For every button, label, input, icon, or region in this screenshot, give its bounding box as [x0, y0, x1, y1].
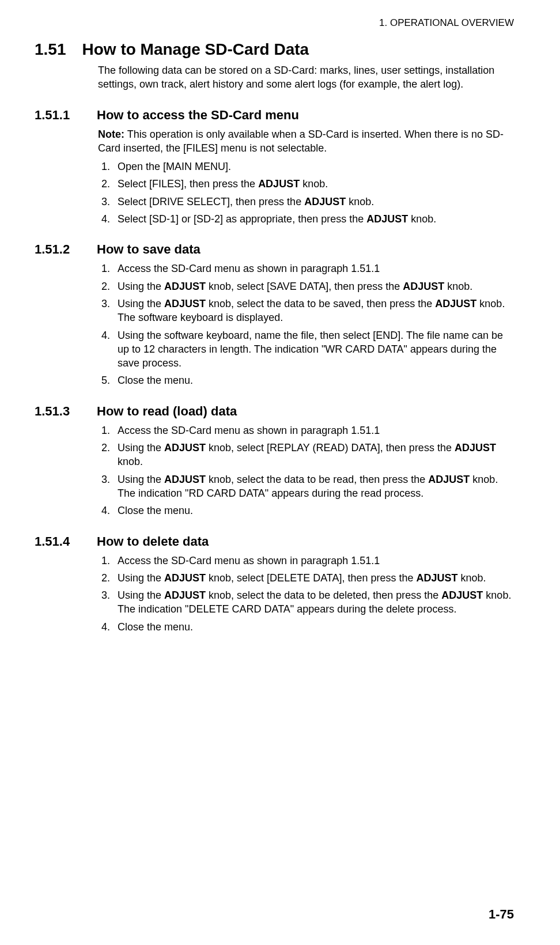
step-item: Using the ADJUST knob, select [REPLAY (R…: [113, 441, 514, 469]
step-item: Using the ADJUST knob, select the data t…: [113, 588, 514, 617]
subsection-title: How to access the SD-Card menu: [97, 108, 299, 123]
steps-list: Access the SD-Card menu as shown in para…: [98, 424, 514, 518]
step-item: Using the software keyboard, name the fi…: [113, 328, 514, 371]
subsection-number: 1.51.4: [35, 534, 81, 549]
subsection-title: How to delete data: [97, 534, 209, 549]
step-item: Select [SD-1] or [SD-2] as appropriate, …: [113, 212, 514, 226]
step-item: Using the ADJUST knob, select [SAVE DATA…: [113, 279, 514, 293]
note-label: Note:: [98, 128, 124, 140]
step-item: Access the SD-Card menu as shown in para…: [113, 424, 514, 437]
step-item: Using the ADJUST knob, select the data t…: [113, 472, 514, 501]
step-item: Access the SD-Card menu as shown in para…: [113, 554, 514, 568]
subsection-heading: 1.51.3 How to read (load) data: [35, 404, 514, 419]
step-item: Access the SD-Card menu as shown in para…: [113, 262, 514, 275]
note-body: This operation is only available when a …: [98, 128, 504, 154]
steps-list: Open the [MAIN MENU]. Select [FILES], th…: [98, 160, 514, 226]
step-item: Open the [MAIN MENU].: [113, 160, 514, 173]
section-number: 1.51: [35, 40, 66, 59]
subsection-heading: 1.51.4 How to delete data: [35, 534, 514, 549]
step-item: Select [FILES], then press the ADJUST kn…: [113, 177, 514, 191]
subsection-title: How to read (load) data: [97, 404, 237, 419]
subsection-heading: 1.51.1 How to access the SD-Card menu: [35, 108, 514, 123]
steps-list: Access the SD-Card menu as shown in para…: [98, 554, 514, 634]
section-heading: 1.51 How to Manage SD-Card Data: [35, 40, 514, 59]
running-header: 1. OPERATIONAL OVERVIEW: [35, 17, 514, 29]
subsection-title: How to save data: [97, 242, 200, 257]
step-item: Close the menu.: [113, 504, 514, 517]
step-item: Using the ADJUST knob, select [DELETE DA…: [113, 571, 514, 585]
subsection-number: 1.51.1: [35, 108, 81, 123]
steps-list: Access the SD-Card menu as shown in para…: [98, 262, 514, 387]
subsection-number: 1.51.2: [35, 242, 81, 257]
section-intro: The following data can be stored on a SD…: [98, 63, 514, 92]
note-text: Note: This operation is only available w…: [98, 127, 514, 156]
step-item: Close the menu.: [113, 620, 514, 634]
step-item: Close the menu.: [113, 373, 514, 387]
subsection-number: 1.51.3: [35, 404, 81, 419]
subsection-heading: 1.51.2 How to save data: [35, 242, 514, 257]
step-item: Select [DRIVE SELECT], then press the AD…: [113, 195, 514, 209]
step-item: Using the ADJUST knob, select the data t…: [113, 297, 514, 325]
section-title: How to Manage SD-Card Data: [82, 40, 309, 59]
page-number: 1-75: [489, 907, 514, 922]
